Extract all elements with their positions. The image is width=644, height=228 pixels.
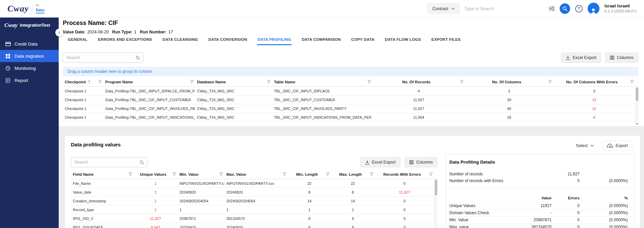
column-header-no-of-records[interactable]: No. Of Records (372, 78, 465, 86)
details-summary-row: Number of records11,927 (449, 171, 628, 177)
profiling-columns-button[interactable]: Columns (404, 157, 438, 167)
table-cell: 0 (375, 179, 434, 188)
table-cell: 8 (288, 188, 331, 196)
tab-copy-data[interactable]: COPY DATA (351, 35, 375, 45)
column-header-records-with-errors[interactable]: Records With Errors (375, 170, 434, 179)
tab-data-profiling[interactable]: DATA PROFILING (257, 35, 292, 45)
column-header-min-value[interactable]: Min. Value (177, 170, 224, 179)
filter-icon[interactable] (98, 80, 102, 84)
filter-icon[interactable] (370, 172, 373, 177)
scope-dropdown[interactable]: Contract (427, 3, 459, 14)
filter-icon[interactable] (219, 172, 223, 177)
table-row[interactable]: Checkpoint 1Data_Profiling-TBL_SRC_CIF_I… (63, 104, 639, 113)
tab-data-flow-logs[interactable]: DATA FLOW LOGS (384, 35, 422, 45)
filter-sliders-icon[interactable] (549, 6, 555, 11)
table-row[interactable]: Checkpoint 1Data_Profiling-TBL_SRC_CIF_I… (63, 113, 639, 122)
table-cell: TBL_SRC_CIF_INPUT_INVOLVED_PARTY (272, 104, 372, 113)
filter-icon[interactable] (129, 172, 132, 177)
filter-icon[interactable] (190, 80, 194, 84)
filter-icon[interactable] (172, 172, 176, 177)
filter-icon[interactable] (429, 172, 433, 177)
filter-icon[interactable] (630, 80, 634, 84)
profiling-toolbar: Excel Export Columns (71, 157, 438, 167)
avatar[interactable] (588, 3, 599, 15)
filter-icon[interactable] (267, 80, 271, 84)
divider (446, 188, 634, 189)
column-header-table-name[interactable]: Table Name (272, 78, 372, 86)
checkpoints-search-input[interactable] (63, 55, 136, 60)
table-cell: 1 (134, 197, 177, 205)
logo-hms-text: hms (36, 7, 45, 13)
scroll-down-arrow-icon[interactable] (636, 123, 638, 125)
column-header-database-name[interactable]: Database Name (195, 78, 272, 86)
column-header-no-of-columns[interactable]: No. Of Columns (465, 78, 553, 86)
group-by-bar[interactable]: Drag a column header here to group its c… (63, 67, 638, 76)
details-row: Unique Values119270(0.0000%) (446, 202, 634, 209)
search-button[interactable] (560, 3, 570, 14)
logo-by-text: by (36, 4, 45, 7)
tab-data-cleansing[interactable]: DATA CLEANSING (162, 35, 199, 45)
profiling-search-input[interactable] (71, 160, 140, 165)
sidebar-item-report[interactable]: Report (0, 74, 59, 86)
sidebar-item-monitoring[interactable]: Monitoring (0, 62, 59, 74)
filter-icon[interactable] (367, 80, 371, 84)
global-search-input[interactable] (465, 6, 544, 11)
process-meta: Value Date:2024-08-20Run Type:1Run Numbe… (63, 30, 176, 34)
table-cell: 11,927 (372, 104, 465, 113)
column-header-min-length[interactable]: Min. Length (288, 170, 331, 179)
profiling-table-scrollbar[interactable] (434, 179, 438, 228)
details-row-value: 391334570 (511, 225, 552, 228)
back-button[interactable]: ‹ (55, 29, 63, 36)
scrollbar-thumb[interactable] (435, 180, 437, 195)
checkpoints-toolbar: Excel Export Columns (63, 53, 638, 63)
profiling-excel-export-button[interactable]: Excel Export (360, 157, 400, 167)
tab-data-comparison[interactable]: DATA COMPARISON (301, 35, 341, 45)
column-header-label: Table Name (274, 80, 296, 84)
column-header-unique-values[interactable]: Unique Values (134, 170, 177, 179)
table-row[interactable]: Checkpoint 1Data_Profiling-TBL_SRC_INPUT… (63, 87, 639, 95)
meta-label: Value Date: (63, 30, 85, 34)
table-cell: IP01_XID_V (71, 214, 134, 223)
tab-export-files[interactable]: EXPORT FILES (431, 35, 461, 45)
table-row[interactable]: Creation_timestamp1202408202040542024082… (71, 197, 438, 205)
checkpoints-table-scrollbar[interactable] (635, 87, 639, 126)
process-section: Process Name: CIF Value Date:2024-08-20R… (59, 18, 644, 126)
filter-icon[interactable] (283, 172, 286, 177)
table-cell: Checkpoint 1 (63, 95, 103, 104)
filter-icon[interactable] (326, 172, 330, 177)
column-header-checkpoint[interactable]: Checkpoint (63, 78, 103, 86)
column-header-field-name[interactable]: Field Name (71, 170, 134, 179)
table-cell: 11 (553, 104, 635, 113)
tab-data-conversion[interactable]: DATA CONVERSION (208, 35, 248, 45)
columns-icon (610, 56, 614, 60)
scrollbar-thumb[interactable] (636, 87, 638, 101)
table-row[interactable]: IP01_XID_V11,92720987871391334570890 (71, 214, 438, 223)
group-hint-text: Drag a column header here to group its c… (67, 69, 152, 74)
credit-card-icon (5, 42, 11, 46)
sidebar-item-data-migration[interactable]: Data migration (0, 50, 59, 62)
filter-icon[interactable] (460, 80, 464, 84)
tab-general[interactable]: GENERAL (67, 35, 88, 45)
column-header-program-name[interactable]: Program Name (103, 78, 195, 86)
table-row[interactable]: Checkpoint 1Data_Profiling-TBL_SRC_CIF_I… (63, 95, 639, 104)
chevron-down-icon (451, 8, 455, 10)
table-row[interactable]: IP01_ISSUEDATE8,9471970041520240503880 (71, 223, 438, 228)
table-row[interactable]: File_Name1INPUTINVOLVEDPARTY.csvINPUTINV… (71, 179, 438, 188)
profiling-table-body: File_Name1INPUTINVOLVEDPARTY.csvINPUTINV… (71, 179, 438, 228)
select-dropdown[interactable]: Select (576, 143, 594, 148)
table-row[interactable]: Record_type111110 (71, 205, 438, 214)
column-header-label: Unique Values (140, 172, 167, 176)
column-header-label: Max. Value (226, 172, 246, 176)
column-header-max-value[interactable]: Max. Value (224, 170, 288, 179)
table-row[interactable]: Value_date120240820202408208811,927 (71, 188, 438, 197)
sidebar-item-credit-data[interactable]: Credit Data (0, 38, 59, 50)
columns-button[interactable]: Columns (605, 53, 638, 63)
excel-export-button[interactable]: Excel Export (561, 53, 601, 63)
details-row: Domain Values Check-0(0.0000%) (446, 209, 634, 216)
column-header-no-of-columns-with-errors[interactable]: No. Of Columns With Errors (553, 78, 635, 86)
export-button[interactable]: Export (603, 141, 632, 150)
help-icon[interactable]: ? (575, 5, 583, 12)
tab-errors-and-exceptions[interactable]: ERRORS AND EXCEPTIONS (97, 35, 153, 45)
filter-icon[interactable] (548, 80, 552, 84)
column-header-max-length[interactable]: Max. Length (331, 170, 375, 179)
